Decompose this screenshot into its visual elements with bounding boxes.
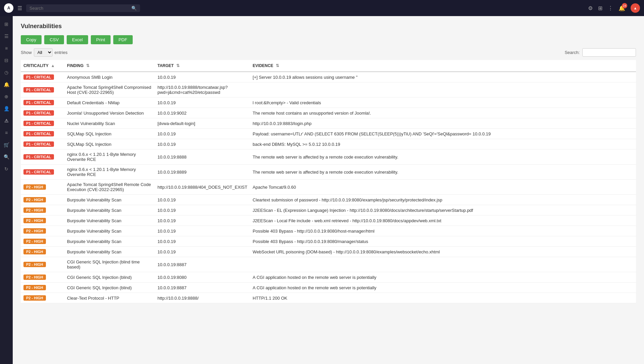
cell-criticality: P2 - HIGH — [21, 195, 64, 205]
sidebar-item-warning[interactable]: ⚠ — [1, 115, 12, 126]
cell-evidence: J2EEScan - EL (Expression Language) Inje… — [250, 205, 636, 216]
cell-evidence: Apache Tomcat/9.0.60 — [250, 180, 636, 195]
sidebar: ⊞ ☰ ≡ ⊟ ◷ 🔔 ⊕ 👤 ⚠ ≡ 🛒 🔍 ↻ — [0, 16, 13, 364]
cell-target: 10.0.0.19:8887 — [155, 257, 250, 272]
user-avatar[interactable]: ▲ — [631, 3, 640, 13]
search-input[interactable] — [29, 6, 129, 11]
app-logo: A — [4, 3, 13, 13]
cell-target: 10.0.0.19:8887 — [155, 283, 250, 293]
sidebar-item-time[interactable]: ◷ — [1, 67, 12, 78]
sidebar-item-menu[interactable]: ≡ — [1, 43, 12, 54]
th-evidence[interactable]: EVIDENCE ⇅ — [250, 60, 636, 72]
pdf-button[interactable]: PDF — [113, 35, 133, 44]
cell-evidence: [+] Server 10.0.0.19 allows sessions usi… — [250, 72, 636, 82]
table-row: P1 - CRITICAL Anonymous SMB Login 10.0.0… — [21, 72, 636, 82]
sidebar-item-search[interactable]: 🔍 — [1, 151, 12, 162]
cell-finding: CGI Generic SQL Injection (blind) — [64, 283, 155, 293]
table-search-input[interactable] — [582, 48, 636, 57]
cell-target: 10.0.0.19 — [155, 72, 250, 82]
table-row: P2 - HIGH Clear-Text Protocol - HTTP htt… — [21, 293, 636, 303]
csv-button[interactable]: CSV — [44, 35, 64, 44]
sidebar-item-add[interactable]: ⊕ — [1, 91, 12, 102]
cell-criticality: P1 - CRITICAL — [21, 108, 64, 118]
cell-finding: Apache Tomcat Spring4Shell Remote Code E… — [64, 180, 155, 195]
cell-criticality: P2 - HIGH — [21, 236, 64, 247]
sidebar-item-list[interactable]: ☰ — [1, 31, 12, 42]
sidebar-item-refresh[interactable]: ↻ — [1, 164, 12, 174]
criticality-badge: P1 - CRITICAL — [23, 110, 54, 116]
vulnerabilities-table: CRITICALITY ▲ FINDING ⇅ TARGET ⇅ EVIDENC… — [21, 60, 636, 303]
cell-finding: CGI Generic SQL Injection (blind time ba… — [64, 257, 155, 272]
table-row: P1 - CRITICAL nginx 0.6.x < 1.20.1 1-Byt… — [21, 165, 636, 180]
criticality-badge: P1 - CRITICAL — [23, 74, 54, 80]
cell-evidence: HTTP/1.1 200 OK — [250, 293, 636, 303]
table-row: P2 - HIGH CGI Generic SQL Injection (bli… — [21, 283, 636, 293]
cell-target: 10.0.0.19 — [155, 247, 250, 257]
th-finding[interactable]: FINDING ⇅ — [64, 60, 155, 72]
table-row: P1 - CRITICAL Joomla! Unsupported Versio… — [21, 108, 636, 118]
cell-evidence: A CGI application hosted on the remote w… — [250, 283, 636, 293]
notification-icon[interactable]: 🔔 24 — [619, 5, 625, 11]
sidebar-item-report[interactable]: ⊟ — [1, 55, 12, 66]
table-search: Search: — [565, 48, 636, 57]
cell-evidence: A CGI application hosted on the remote w… — [250, 272, 636, 283]
cell-criticality: P2 - HIGH — [21, 180, 64, 195]
cell-finding: Default Credentials - NMap — [64, 98, 155, 108]
cell-criticality: P1 - CRITICAL — [21, 118, 64, 129]
criticality-badge: P2 - HIGH — [23, 239, 46, 244]
table-row: P1 - CRITICAL Default Credentials - NMap… — [21, 98, 636, 108]
cell-evidence: Possible 403 Bypass - http://10.0.0.19:8… — [250, 236, 636, 247]
excel-button[interactable]: Excel — [67, 35, 88, 44]
controls-row: Copy CSV Excel Print PDF — [21, 35, 636, 44]
sidebar-item-user[interactable]: 👤 — [1, 103, 12, 114]
table-row: P2 - HIGH CGI Generic SQL Injection (bli… — [21, 257, 636, 272]
search-box: 🔍 — [26, 4, 140, 12]
sidebar-item-dashboard[interactable]: ⊞ — [1, 19, 12, 29]
cell-finding: Burpsuite Vulnerability Scan — [64, 205, 155, 216]
sidebar-item-list2[interactable]: ≡ — [1, 127, 12, 138]
hamburger-icon[interactable]: ☰ — [17, 5, 22, 11]
table-row: P2 - HIGH CGI Generic SQL Injection (bli… — [21, 272, 636, 283]
cell-finding: nginx 0.6.x < 1.20.1 1-Byte Memory Overw… — [64, 165, 155, 180]
table-row: P2 - HIGH Burpsuite Vulnerability Scan 1… — [21, 226, 636, 236]
criticality-badge: P2 - HIGH — [23, 197, 46, 202]
cell-evidence: J2EEScan - Local File include - web.xml … — [250, 216, 636, 226]
grid-icon[interactable]: ⊞ — [598, 5, 602, 11]
criticality-badge: P2 - HIGH — [23, 285, 46, 290]
table-row: P2 - HIGH Burpsuite Vulnerability Scan 1… — [21, 216, 636, 226]
criticality-badge: P2 - HIGH — [23, 228, 46, 234]
search-icon: 🔍 — [131, 6, 137, 11]
cell-target: 10.0.0.19 — [155, 226, 250, 236]
top-nav: A ☰ 🔍 ⚙ ⊞ ⋮ 🔔 24 ▲ — [0, 0, 644, 16]
cell-finding: Burpsuite Vulnerability Scan — [64, 247, 155, 257]
notification-badge: 24 — [622, 3, 627, 8]
entries-select[interactable]: All 10 25 50 100 — [34, 48, 53, 57]
cell-target: 10.0.0.19:8889 — [155, 165, 250, 180]
dots-icon[interactable]: ⋮ — [608, 5, 613, 11]
table-row: P1 - CRITICAL nginx 0.6.x < 1.20.1 1-Byt… — [21, 149, 636, 165]
cell-target: 10.0.0.19 — [155, 236, 250, 247]
criticality-badge: P1 - CRITICAL — [23, 141, 54, 147]
copy-button[interactable]: Copy — [21, 35, 42, 44]
cell-target: 10.0.0.19 — [155, 216, 250, 226]
cell-finding: Burpsuite Vulnerability Scan — [64, 226, 155, 236]
sidebar-item-shop[interactable]: 🛒 — [1, 139, 12, 150]
cell-criticality: P1 - CRITICAL — [21, 129, 64, 139]
cell-criticality: P2 - HIGH — [21, 247, 64, 257]
settings-icon[interactable]: ⚙ — [588, 5, 593, 11]
cell-evidence: The remote web server is affected by a r… — [250, 165, 636, 180]
cell-criticality: P2 - HIGH — [21, 226, 64, 236]
cell-target: 10.0.0.19 — [155, 98, 250, 108]
criticality-badge: P2 - HIGH — [23, 275, 46, 280]
criticality-badge: P1 - CRITICAL — [23, 169, 54, 175]
criticality-badge: P1 - CRITICAL — [23, 87, 54, 93]
th-criticality[interactable]: CRITICALITY ▲ — [21, 60, 64, 72]
table-row: P2 - HIGH Apache Tomcat Spring4Shell Rem… — [21, 180, 636, 195]
sidebar-item-alert[interactable]: 🔔 — [1, 79, 12, 90]
th-target[interactable]: TARGET ⇅ — [155, 60, 250, 72]
cell-evidence: WebSocket URL poisoning (DOM-based) - ht… — [250, 247, 636, 257]
print-button[interactable]: Print — [91, 35, 111, 44]
cell-finding: Joomla! Unsupported Version Detection — [64, 108, 155, 118]
cell-evidence: l root:&lh;empty> - Valid credentials — [250, 98, 636, 108]
cell-criticality: P1 - CRITICAL — [21, 98, 64, 108]
